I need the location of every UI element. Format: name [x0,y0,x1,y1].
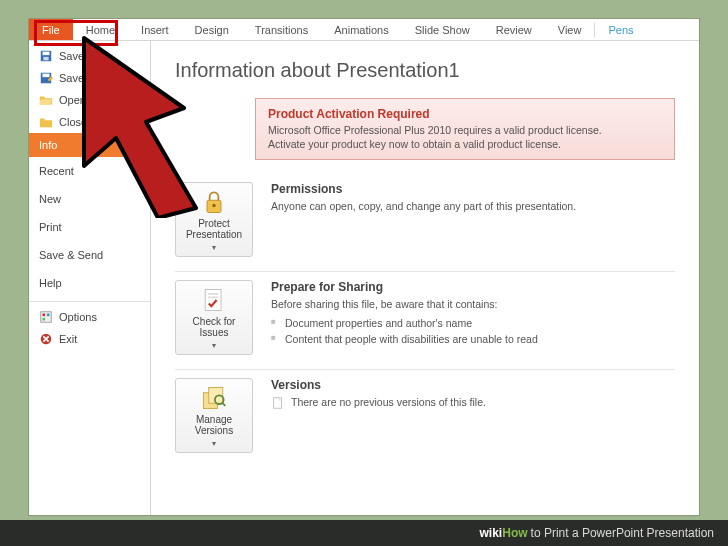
sidebar-item-new[interactable]: New [29,185,150,213]
page-title: Information about Presentation1 [175,59,675,82]
sidebar-label: Close [59,116,87,128]
sidebar-divider [29,301,150,302]
ribbon-tab-insert[interactable]: Insert [128,19,182,40]
ribbon-tab-home[interactable]: Home [73,19,128,40]
permissions-text: Anyone can open, copy, and change any pa… [271,199,675,214]
sidebar-item-options[interactable]: Options [29,306,150,328]
options-icon [39,310,53,324]
app-frame: File Home Insert Design Transitions Anim… [28,18,700,516]
permissions-title: Permissions [271,182,675,196]
versions-title: Versions [271,378,675,392]
svg-rect-6 [43,314,46,317]
sidebar-label: Open [59,94,86,106]
ribbon-tab-file[interactable]: File [29,19,73,40]
chevron-down-icon: ▾ [212,439,216,448]
check-issues-button-wrap: Check for Issues ▾ [175,280,253,355]
svg-rect-4 [43,74,50,78]
sidebar-label: Save & Send [39,249,103,261]
sidebar-label: New [39,193,61,205]
save-icon [39,49,53,63]
versions-icon [200,385,228,411]
sidebar-item-recent[interactable]: Recent [29,157,150,185]
versions-section: Manage Versions ▾ Versions There are no … [175,370,675,467]
sidebar-item-save[interactable]: Save [29,45,150,67]
ribbon-tab-view[interactable]: View [545,19,595,40]
permissions-section: Protect Presentation ▾ Permissions Anyon… [175,174,675,272]
ribbon-tab-review[interactable]: Review [483,19,545,40]
sidebar-item-info[interactable]: Info [29,133,150,157]
sidebar-label: Print [39,221,62,233]
svg-rect-5 [41,312,52,323]
sidebar-label: Info [39,139,57,151]
activation-banner: Product Activation Required Microsoft Of… [255,98,675,160]
ribbon-tab-slideshow[interactable]: Slide Show [402,19,483,40]
lock-icon [200,189,228,215]
ribbon-tab-design[interactable]: Design [182,19,242,40]
sidebar-item-open[interactable]: Open [29,89,150,111]
svg-line-18 [222,403,226,407]
sidebar-item-print[interactable]: Print [29,213,150,241]
manage-versions-button-wrap: Manage Versions ▾ [175,378,253,453]
versions-text: There are no previous versions of this f… [291,395,486,410]
watermark-how: How [502,526,527,540]
ribbon-tab-pens[interactable]: Pens [595,19,646,40]
sidebar-label: Help [39,277,62,289]
save-as-icon [39,71,53,85]
button-label: Manage Versions [180,414,248,436]
svg-rect-13 [208,293,219,295]
svg-rect-8 [43,318,46,321]
document-icon [271,396,285,410]
chevron-down-icon: ▾ [212,243,216,252]
button-label: Protect Presentation [180,218,248,240]
prepare-list: Document properties and author's name Co… [271,316,675,348]
prepare-title: Prepare for Sharing [271,280,675,294]
check-issues-button[interactable]: Check for Issues ▾ [175,280,253,355]
list-item: Content that people with disabilities ar… [271,332,675,348]
sidebar-item-help[interactable]: Help [29,269,150,297]
ribbon-tab-transitions[interactable]: Transitions [242,19,321,40]
sidebar-item-close[interactable]: Close [29,111,150,133]
button-label: Check for Issues [180,316,248,338]
ribbon-tab-animations[interactable]: Animations [321,19,401,40]
sidebar-label: Recent [39,165,74,177]
svg-rect-12 [205,290,221,311]
ribbon-tabs: File Home Insert Design Transitions Anim… [29,19,699,41]
svg-rect-2 [43,57,48,61]
sidebar-item-savesend[interactable]: Save & Send [29,241,150,269]
activation-text: Microsoft Office Professional Plus 2010 … [268,123,662,151]
svg-point-11 [212,204,216,208]
chevron-down-icon: ▾ [212,341,216,350]
sidebar-label: Options [59,311,97,323]
manage-versions-button[interactable]: Manage Versions ▾ [175,378,253,453]
backstage-sidebar: Save Save As Open Close [29,41,151,515]
svg-rect-7 [47,314,50,317]
svg-rect-14 [208,297,219,299]
protect-presentation-button[interactable]: Protect Presentation ▾ [175,182,253,257]
watermark-bar: wikiHow to Print a PowerPoint Presentati… [0,520,728,546]
sidebar-label: Save As [59,72,99,84]
checklist-icon [200,287,228,313]
protect-presentation-button-wrap: Protect Presentation ▾ [175,182,253,257]
close-folder-icon [39,115,53,129]
svg-rect-1 [43,52,50,56]
list-item: Document properties and author's name [271,316,675,332]
main-split: Save Save As Open Close [29,41,699,515]
prepare-text: Before sharing this file, be aware that … [271,297,675,312]
watermark-text: to Print a PowerPoint Presentation [531,526,714,540]
open-folder-icon [39,93,53,107]
sidebar-label: Save [59,50,84,62]
activation-title: Product Activation Required [268,107,662,121]
sidebar-item-saveas[interactable]: Save As [29,67,150,89]
backstage-content: Information about Presentation1 Product … [151,41,699,515]
sidebar-label: Exit [59,333,77,345]
prepare-section: Check for Issues ▾ Prepare for Sharing B… [175,272,675,370]
watermark-wiki: wiki [480,526,503,540]
exit-icon [39,332,53,346]
sidebar-item-exit[interactable]: Exit [29,328,150,350]
